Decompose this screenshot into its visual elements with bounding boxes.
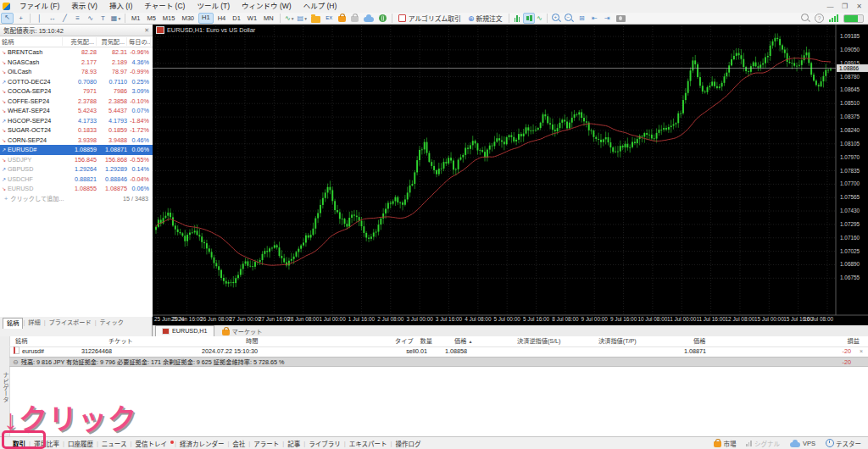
tab-mailbox[interactable]: 受信トレイ <box>132 439 170 448</box>
objects-icon[interactable]: ▦▾ <box>110 14 121 23</box>
trendline-icon[interactable]: ╱ <box>59 14 70 23</box>
tab-symbols[interactable]: 銘柄 <box>3 318 23 329</box>
tab-alerts[interactable]: アラート <box>251 439 281 448</box>
tab-company[interactable]: 会社 <box>230 439 248 448</box>
timeframe-d1[interactable]: D1 <box>230 14 243 23</box>
timeframe-w1[interactable]: W1 <box>245 14 259 23</box>
timeframe-m15[interactable]: M15 <box>160 14 178 23</box>
tab-details[interactable]: 詳細 <box>25 318 43 328</box>
market-watch-row[interactable]: ↘CORN-SEP243.93983.94880.46% <box>0 136 153 146</box>
status-signals[interactable]: シグナル <box>746 439 780 448</box>
trade-col-8[interactable]: 価格 <box>693 336 705 346</box>
status-market[interactable]: 市場 <box>714 439 736 448</box>
menu-help[interactable]: ヘルプ (H) <box>298 2 343 10</box>
trade-col-4[interactable]: 数量 <box>420 336 432 346</box>
trade-col-2[interactable]: 時間 <box>246 336 258 346</box>
timeframe-mn[interactable]: MN <box>261 14 276 23</box>
market-watch-row[interactable]: ↘BRENTCash82.2882.31-0.96% <box>0 47 153 58</box>
tab-journal[interactable]: 操作ログ <box>392 439 423 448</box>
market-watch-row[interactable]: ↗GBPUSD1.292641.292890.14% <box>0 164 153 175</box>
tab-articles[interactable]: 記事 <box>285 439 303 448</box>
tab-news[interactable]: ニュース <box>99 439 130 448</box>
trade-col-3[interactable]: タイプ <box>395 336 414 346</box>
metaeditor-icon[interactable] <box>311 16 320 23</box>
vertical-line-icon[interactable]: │ <box>34 14 45 23</box>
menu-view[interactable]: 表示 (V) <box>65 2 103 10</box>
market-watch-row[interactable]: ↗HGCOP-SEP244.17334.1793-1.84% <box>0 116 153 126</box>
column-header[interactable]: 売気配... <box>63 37 97 46</box>
market-watch-row[interactable]: ↘EURUSD1.088551.088750.06% <box>0 184 153 194</box>
trade-col-7[interactable]: 決済指値(T/P) <box>598 336 637 346</box>
trade-col-5[interactable]: 価格▲ <box>454 336 472 346</box>
line-chart-icon[interactable]: ∿ <box>537 14 542 22</box>
fibonacci-icon[interactable]: ∿ <box>85 14 96 23</box>
status-vps[interactable]: VPS <box>790 440 815 447</box>
market-watch-row[interactable]: ↗USDCHF0.888210.88846-0.04% <box>0 175 153 185</box>
market-watch-row[interactable]: ↘COCOA-SEP24797179863.09% <box>0 86 153 97</box>
tab-calendar[interactable]: 経済カレンダー <box>177 439 227 448</box>
close-icon[interactable]: ✕ <box>852 1 866 13</box>
text-label-icon[interactable]: T <box>97 14 108 23</box>
shift-chart-left-icon[interactable]: ⇤ <box>589 14 600 23</box>
ide-icon[interactable]: EX <box>324 14 335 23</box>
tab-ticks[interactable]: ティック <box>97 318 127 328</box>
zoom-out-icon[interactable]: − <box>565 14 572 21</box>
cursor-icon[interactable]: ↖ <box>1 13 14 24</box>
candlestick-chart-icon[interactable] <box>523 13 535 24</box>
menu-file[interactable]: ファイル (F) <box>14 2 65 10</box>
column-header[interactable]: 買気配... <box>97 37 127 46</box>
equidistant-channel-icon[interactable]: ≡ <box>72 14 83 23</box>
status-tester[interactable]: テスター <box>826 439 861 448</box>
timeframe-h4[interactable]: H4 <box>215 14 229 23</box>
market-watch-row[interactable]: ↘NGASCash2.1772.1894.36% <box>0 58 153 68</box>
menu-window[interactable]: ウィンドウ (W) <box>236 2 298 10</box>
screenshot-camera-icon[interactable] <box>616 15 626 22</box>
shift-chart-right-icon[interactable]: ⇥ <box>602 14 613 23</box>
timeframe-m30[interactable]: M30 <box>179 14 197 23</box>
timeframe-m5[interactable]: M5 <box>144 14 158 23</box>
search-icon[interactable] <box>801 14 809 21</box>
market-watch-row[interactable]: ↗EURUSD#1.088591.088710.06% <box>0 145 153 155</box>
bar-chart-icon[interactable] <box>515 14 521 22</box>
market-watch-row[interactable]: ↘USDJPY156.845156.868-0.55% <box>0 155 153 165</box>
close-position-icon[interactable]: × <box>860 346 863 357</box>
chart-tab-eurusd-h1[interactable]: EURUSD,H1 <box>155 325 214 336</box>
market-watch-row[interactable]: ↘COFFE-SEP242.37882.3858-0.10% <box>0 97 153 107</box>
collapse-icon[interactable]: ⊖ <box>13 358 19 366</box>
help-icon[interactable]: ? <box>815 14 824 23</box>
tab-library[interactable]: ライブラリ <box>306 439 343 448</box>
indicators-icon[interactable]: ∿▾ <box>284 14 295 23</box>
market-watch-add-row[interactable]: + クリックして追加... 15 / 3483 <box>0 194 153 203</box>
menu-tools[interactable]: ツール (T) <box>191 2 236 10</box>
column-header[interactable]: 銘柄 <box>0 37 63 46</box>
market-watch-row[interactable]: ↘OILCash78.9378.97-0.99% <box>0 67 153 77</box>
horizontal-line-icon[interactable]: ↔ <box>47 14 58 23</box>
chart-area[interactable]: EURUSD,H1: Euro vs US Dollar 1.091851.09… <box>153 25 868 325</box>
market-watch-row[interactable]: ↘WHEAT-SEP245.42435.44370.07% <box>0 106 153 116</box>
candlestick-chart[interactable]: 1.091851.090501.089151.087801.086451.085… <box>153 25 868 325</box>
crosshair-icon[interactable]: + <box>15 14 26 23</box>
market-bag-icon[interactable] <box>338 16 346 22</box>
trade-col-6[interactable]: 決済逆指値(S/L) <box>517 336 561 346</box>
maximize-icon[interactable]: ❐ <box>837 1 852 13</box>
menu-chart[interactable]: チャート (C) <box>138 2 191 10</box>
chart-tab-market[interactable]: マーケット <box>214 326 268 336</box>
zoom-in-icon[interactable]: + <box>552 14 559 21</box>
signals-icon[interactable] <box>351 16 359 22</box>
tab-priceboard[interactable]: プライスボード <box>46 318 95 328</box>
tab-history[interactable]: 口座履歴 <box>65 439 96 448</box>
timeframe-m1[interactable]: M1 <box>129 14 142 23</box>
minimize-icon[interactable]: — <box>823 1 837 13</box>
community-globe-icon[interactable] <box>379 14 387 22</box>
vps-cloud-icon[interactable] <box>364 17 374 22</box>
trade-col-1[interactable]: チケット <box>108 336 133 346</box>
column-header[interactable]: 毎日の... <box>127 37 151 46</box>
market-watch-row[interactable]: ↗COTTO-DEC240.70800.71100.25% <box>0 77 153 87</box>
layouts-icon[interactable]: ▤▾ <box>297 14 308 23</box>
tile-windows-icon[interactable]: ⊞ <box>576 14 587 23</box>
timeframe-h1[interactable]: H1 <box>198 13 214 24</box>
menu-insert[interactable]: 挿入 (I) <box>103 2 138 10</box>
trade-col-9[interactable]: 損益 <box>848 336 860 346</box>
trade-col-0[interactable]: 銘柄 <box>15 336 27 346</box>
market-watch-row[interactable]: ↘SUGAR-OCT240.18330.1859-1.72% <box>0 125 153 136</box>
